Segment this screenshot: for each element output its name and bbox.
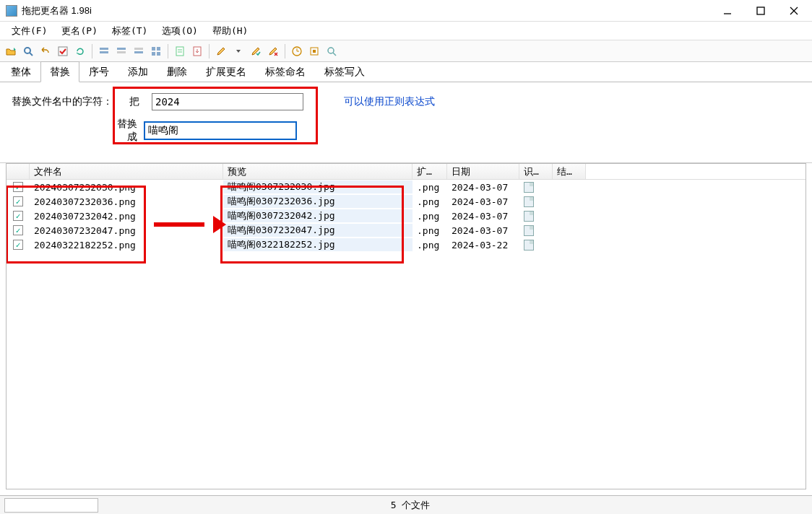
- grid-icon[interactable]: [148, 43, 164, 59]
- list-icon-2[interactable]: [113, 43, 129, 59]
- cell-filename: 20240307232047.png: [30, 225, 223, 236]
- cell-recognize: [519, 225, 553, 236]
- cell-recognize: [519, 182, 553, 193]
- tab-replace[interactable]: 替换: [40, 61, 79, 82]
- edit-delete-icon[interactable]: [265, 43, 281, 59]
- dropdown-icon[interactable]: [230, 43, 246, 59]
- cell-preview: 喵鸣阁0322182252.jpg: [223, 238, 413, 251]
- list-icon-1[interactable]: [96, 43, 112, 59]
- find-icon[interactable]: [324, 43, 340, 59]
- row-check-icon[interactable]: ✓: [13, 225, 23, 235]
- svg-rect-13: [152, 47, 155, 51]
- svg-point-4: [25, 48, 30, 53]
- tab-whole[interactable]: 整体: [1, 61, 40, 82]
- cell-ext: .png: [413, 240, 447, 251]
- svg-rect-8: [100, 51, 108, 53]
- table-row[interactable]: ✓20240307232042.png喵鸣阁0307232042.jpg.png…: [7, 209, 805, 223]
- col-preview[interactable]: 预览: [223, 164, 413, 179]
- file-icon: [524, 182, 534, 193]
- menu-rename[interactable]: 更名(P): [54, 23, 104, 39]
- cell-preview: 喵鸣阁0307232042.jpg: [223, 209, 413, 222]
- cell-recognize: [519, 240, 553, 251]
- refresh-icon[interactable]: [72, 43, 88, 59]
- cell-ext: .png: [413, 225, 447, 236]
- svg-rect-27: [313, 50, 316, 53]
- menu-file[interactable]: 文件(F): [4, 23, 54, 39]
- statusbar: 5 个文件: [0, 495, 812, 514]
- svg-line-29: [333, 53, 336, 56]
- close-button[interactable]: [777, 1, 811, 21]
- menubar: 文件(F) 更名(P) 标签(T) 选项(O) 帮助(H): [0, 22, 812, 40]
- cell-filename: 20240307232036.png: [30, 196, 223, 207]
- svg-point-28: [328, 48, 334, 53]
- grid-header: 文件名 预览 扩… 日期 识… 结…: [7, 164, 805, 180]
- from-input[interactable]: [152, 93, 303, 110]
- row-check-icon[interactable]: ✓: [13, 182, 23, 192]
- svg-rect-7: [100, 48, 108, 50]
- tab-extended[interactable]: 扩展更名: [196, 61, 256, 82]
- row-check-icon[interactable]: ✓: [13, 211, 23, 221]
- col-result[interactable]: 结…: [553, 164, 586, 179]
- list-icon-3[interactable]: [131, 43, 147, 59]
- file-icon: [524, 196, 534, 207]
- cell-preview: 喵鸣阁0307232030.jpg: [223, 180, 413, 193]
- col-ext[interactable]: 扩…: [413, 164, 447, 179]
- from-label: 把: [124, 95, 144, 108]
- svg-rect-12: [134, 51, 143, 53]
- export-icon[interactable]: [189, 43, 205, 59]
- cell-preview: 喵鸣阁0307232036.jpg: [223, 195, 413, 208]
- col-check[interactable]: [7, 164, 30, 179]
- row-check-icon[interactable]: ✓: [13, 196, 23, 206]
- cell-date: 2024-03-07: [447, 182, 519, 193]
- svg-line-5: [30, 53, 33, 56]
- tabstrip: 整体 替换 序号 添加 删除 扩展更名 标签命名 标签写入: [0, 62, 812, 82]
- document-icon[interactable]: [172, 43, 188, 59]
- check-icon[interactable]: [55, 43, 71, 59]
- status-text: 5 个文件: [103, 499, 718, 512]
- cell-recognize: [519, 211, 553, 222]
- edit-icon[interactable]: [213, 43, 229, 59]
- file-grid: 文件名 预览 扩… 日期 识… 结… ✓20240307232030.png喵鸣…: [6, 163, 806, 489]
- table-row[interactable]: ✓20240307232047.png喵鸣阁0307232047.jpg.png…: [7, 223, 805, 238]
- cell-recognize: [519, 196, 553, 207]
- cell-ext: .png: [413, 182, 447, 193]
- open-folder-icon[interactable]: [3, 43, 19, 59]
- svg-rect-10: [117, 51, 126, 53]
- cell-date: 2024-03-07: [447, 211, 519, 222]
- row-check-icon[interactable]: ✓: [13, 240, 23, 250]
- col-date[interactable]: 日期: [447, 164, 519, 179]
- svg-rect-14: [157, 47, 160, 51]
- clock-icon[interactable]: [289, 43, 305, 59]
- cell-preview: 喵鸣阁0307232047.jpg: [223, 224, 413, 237]
- cell-date: 2024-03-07: [447, 196, 519, 207]
- undo-icon[interactable]: [38, 43, 53, 59]
- tab-tagname[interactable]: 标签命名: [256, 61, 315, 82]
- search-icon[interactable]: [20, 43, 36, 59]
- gear-icon[interactable]: [306, 43, 322, 59]
- svg-rect-9: [117, 48, 126, 50]
- tab-tagwrite[interactable]: 标签写入: [315, 61, 374, 82]
- regex-hint-link[interactable]: 可以使用正则表达式: [344, 95, 435, 108]
- table-row[interactable]: ✓20240307232030.png喵鸣阁0307232030.jpg.png…: [7, 180, 805, 194]
- tab-delete[interactable]: 删除: [157, 61, 196, 82]
- to-input[interactable]: [144, 122, 296, 139]
- table-row[interactable]: ✓20240307232036.png喵鸣阁0307232036.jpg.png…: [7, 194, 805, 209]
- grid-body: ✓20240307232030.png喵鸣阁0307232030.jpg.png…: [7, 180, 805, 252]
- menu-options[interactable]: 选项(O): [155, 23, 204, 39]
- app-icon: [6, 5, 17, 17]
- window-title: 拖把更名器 1.98i: [22, 4, 92, 17]
- file-icon: [524, 240, 534, 251]
- table-row[interactable]: ✓20240322182252.png喵鸣阁0322182252.jpg.png…: [7, 238, 805, 252]
- tab-add[interactable]: 添加: [118, 61, 157, 82]
- tab-number[interactable]: 序号: [79, 61, 118, 82]
- maximize-button[interactable]: [744, 1, 777, 21]
- svg-rect-6: [59, 47, 67, 56]
- to-label: 替换成: [108, 118, 137, 144]
- svg-rect-17: [176, 47, 183, 56]
- menu-help[interactable]: 帮助(H): [205, 23, 255, 39]
- edit-check-icon[interactable]: [248, 43, 264, 59]
- menu-tags[interactable]: 标签(T): [105, 23, 155, 39]
- col-recognize[interactable]: 识…: [519, 164, 553, 179]
- minimize-button[interactable]: [711, 1, 744, 21]
- col-filename[interactable]: 文件名: [30, 164, 223, 179]
